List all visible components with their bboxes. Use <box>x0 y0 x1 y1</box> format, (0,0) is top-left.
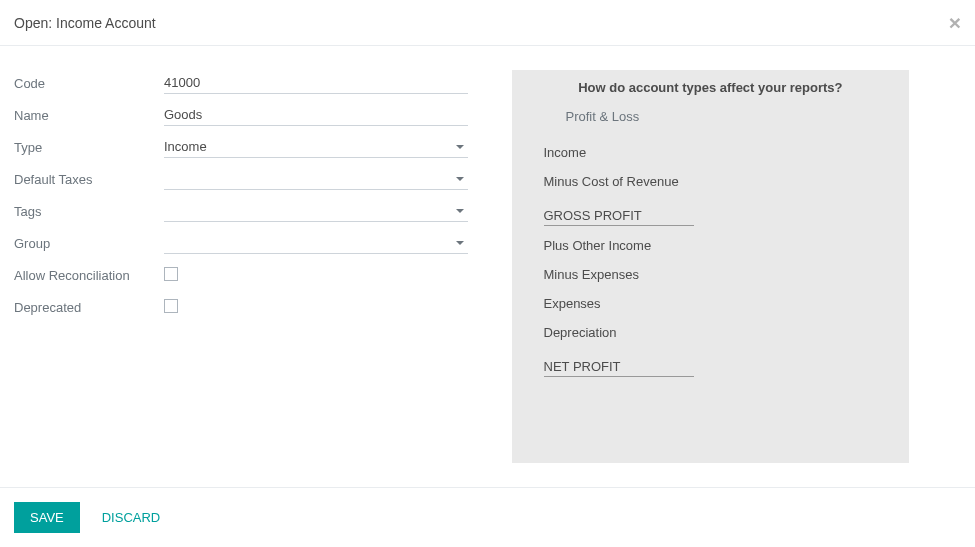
row-tags: Tags <box>14 198 468 224</box>
caret-down-icon <box>456 241 464 245</box>
info-item: Minus Cost of Revenue <box>544 167 892 196</box>
caret-down-icon <box>456 209 464 213</box>
info-item: GROSS PROFIT <box>544 201 694 226</box>
info-item: Plus Other Income <box>544 231 892 260</box>
row-name: Name <box>14 102 468 128</box>
info-panel: How do account types affect your reports… <box>512 70 910 463</box>
field-default-taxes <box>164 168 468 190</box>
field-code <box>164 72 468 94</box>
field-type: Income <box>164 136 468 158</box>
code-input[interactable] <box>164 72 468 94</box>
field-allow-reconciliation <box>164 267 468 284</box>
caret-down-icon <box>456 177 464 181</box>
type-select[interactable]: Income <box>164 136 468 158</box>
info-title: How do account types affect your reports… <box>530 80 892 95</box>
save-button[interactable]: Save <box>14 502 80 533</box>
info-item: Income <box>544 138 892 167</box>
modal-dialog: Open: Income Account × Code Name Type <box>0 0 975 547</box>
modal-header: Open: Income Account × <box>0 0 975 46</box>
label-type: Type <box>14 140 164 155</box>
row-default-taxes: Default Taxes <box>14 166 468 192</box>
info-item: Minus Expenses <box>544 260 892 289</box>
label-group: Group <box>14 236 164 251</box>
row-code: Code <box>14 70 468 96</box>
row-deprecated: Deprecated <box>14 294 468 320</box>
info-item: Expenses <box>544 289 892 318</box>
info-subtitle: Profit & Loss <box>530 109 892 124</box>
label-name: Name <box>14 108 164 123</box>
discard-button[interactable]: Discard <box>92 502 171 533</box>
name-input[interactable] <box>164 104 468 126</box>
modal-body[interactable]: Code Name Type Income <box>0 46 975 487</box>
close-icon[interactable]: × <box>949 12 961 33</box>
group-select[interactable] <box>164 232 468 254</box>
field-tags <box>164 200 468 222</box>
info-list: IncomeMinus Cost of RevenueGROSS PROFITP… <box>530 138 892 382</box>
deprecated-checkbox[interactable] <box>164 299 178 313</box>
type-select-value: Income <box>164 139 207 154</box>
info-item: Depreciation <box>544 318 892 347</box>
info-item: NET PROFIT <box>544 352 694 377</box>
modal-title: Open: Income Account <box>14 15 156 31</box>
label-allow-reconciliation: Allow Reconciliation <box>14 268 164 283</box>
modal-footer: Save Discard <box>0 487 975 547</box>
caret-down-icon <box>456 145 464 149</box>
info-column: How do account types affect your reports… <box>512 70 910 463</box>
allow-reconciliation-checkbox[interactable] <box>164 267 178 281</box>
default-taxes-select[interactable] <box>164 168 468 190</box>
row-type: Type Income <box>14 134 468 160</box>
tags-select[interactable] <box>164 200 468 222</box>
form-column: Code Name Type Income <box>14 70 488 463</box>
label-default-taxes: Default Taxes <box>14 172 164 187</box>
label-code: Code <box>14 76 164 91</box>
row-allow-reconciliation: Allow Reconciliation <box>14 262 468 288</box>
field-group <box>164 232 468 254</box>
field-deprecated <box>164 299 468 316</box>
row-group: Group <box>14 230 468 256</box>
label-deprecated: Deprecated <box>14 300 164 315</box>
field-name <box>164 104 468 126</box>
label-tags: Tags <box>14 204 164 219</box>
